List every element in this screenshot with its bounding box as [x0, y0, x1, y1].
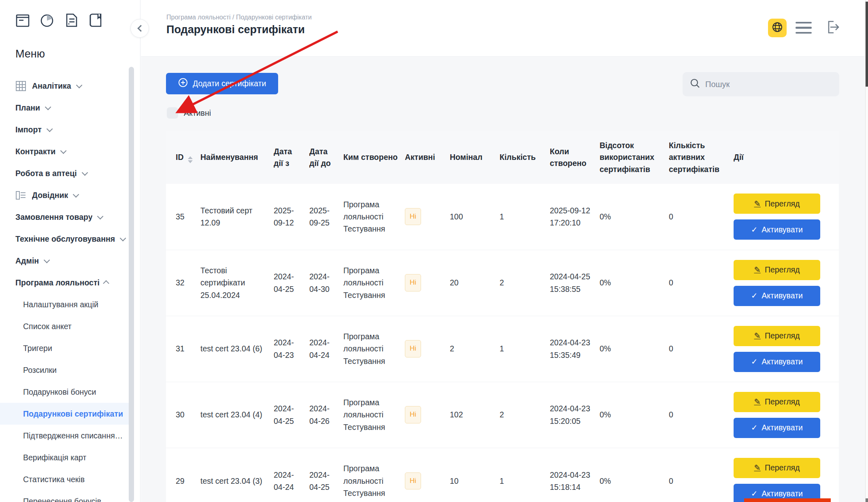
activate-button[interactable]: ✓Активувати — [734, 418, 820, 438]
cell-actions: ✎Перегляд✓Активувати — [734, 382, 839, 448]
cell-actions: ✎Перегляд✓Активувати — [734, 184, 839, 250]
table-row: 35Тестовий серт 12.092025-09-122025-09-2… — [166, 184, 839, 250]
grid-icon — [15, 81, 26, 91]
sidebar-item-label: Тригери — [23, 344, 52, 353]
view-button[interactable]: ✎Перегляд — [734, 458, 820, 478]
language-button[interactable] — [768, 19, 787, 37]
column-header[interactable]: ID — [166, 131, 200, 184]
sidebar-item-label: Верифікація карт — [23, 453, 86, 462]
cell-name: test cert 23.04 (4) — [200, 382, 274, 448]
sidebar-item[interactable]: Подарункові бонуси — [0, 381, 129, 403]
search-input[interactable] — [705, 80, 827, 89]
column-header: Відсоток використаних сертифікатів — [600, 131, 669, 184]
chevron-down-icon — [97, 213, 104, 219]
status-badge: Ні — [405, 472, 421, 489]
sidebar-scrollbar[interactable] — [129, 67, 134, 502]
activate-button[interactable]: ✓Активувати — [734, 286, 820, 306]
sidebar-item[interactable]: Розсилки — [0, 359, 129, 381]
check-icon: ✓ — [751, 489, 757, 498]
plus-circle-icon — [178, 78, 188, 89]
activate-button-label: Активувати — [762, 357, 803, 366]
sidebar-item[interactable]: Адмін — [0, 250, 129, 272]
page-scrollbar-thumb[interactable] — [866, 2, 868, 87]
chevron-left-icon — [137, 25, 144, 32]
page-scrollbar[interactable] — [865, 0, 868, 502]
toolbar: Додати сертифікати — [166, 73, 865, 98]
sidebar-item[interactable]: Статистика чеків — [0, 468, 129, 490]
sidebar-item[interactable]: Технічне обслуговування — [0, 228, 129, 250]
sidebar-item[interactable]: Тригери — [0, 337, 129, 359]
cell-id: 30 — [166, 382, 200, 448]
cell-date-to: 2024-04-26 — [309, 382, 343, 448]
view-button[interactable]: ✎Перегляд — [734, 194, 820, 214]
sidebar-item-label: Перенесення бонусів — [23, 497, 101, 502]
page-title: Подарункові сертифікати — [166, 23, 305, 36]
sidebar-item-label: Список анкет — [23, 322, 72, 331]
cell-date-to: 2024-04-25 — [309, 448, 343, 502]
sidebar-item-label: Подарункові бонуси — [23, 387, 96, 397]
chevron-down-icon — [73, 191, 79, 198]
cell-quantity: 2 — [500, 250, 550, 316]
document-icon[interactable] — [63, 12, 79, 28]
sidebar-item[interactable]: Перенесення бонусів — [0, 490, 129, 502]
cell-nominal: 20 — [450, 250, 500, 316]
chevron-down-icon — [44, 257, 50, 263]
status-badge: Ні — [405, 406, 421, 423]
sidebar-nav-list: АналітикаПланиІмпортКонтрактиРобота в ап… — [0, 75, 140, 502]
logout-button[interactable] — [823, 18, 841, 37]
active-filter-checkbox[interactable] — [167, 107, 178, 119]
column-header: Активні — [405, 131, 450, 184]
sidebar-item[interactable]: Імпорт — [0, 119, 129, 140]
book-icon[interactable] — [87, 12, 104, 28]
pencil-icon: ✎ — [754, 463, 761, 472]
sidebar-collapse-button[interactable] — [130, 19, 149, 38]
sidebar-item[interactable]: Програма лояльності — [0, 272, 129, 294]
cell-date-to: 2024-04-24 — [309, 316, 343, 382]
status-badge: Ні — [405, 208, 421, 225]
cell-used-percent: 0% — [600, 184, 669, 250]
chevron-down-icon — [45, 104, 51, 110]
activate-button-label: Активувати — [762, 489, 803, 498]
cell-active-count: 0 — [669, 382, 734, 448]
pie-chart-icon[interactable] — [39, 12, 55, 28]
sidebar-item[interactable]: Замовлення товару — [0, 206, 129, 228]
cell-created-at: 2024-04-23 15:18:14 — [550, 448, 600, 502]
sidebar-item[interactable]: Підтвердження списання бону... — [0, 425, 129, 447]
add-certificates-button[interactable]: Додати сертифікати — [166, 73, 278, 94]
check-icon: ✓ — [751, 225, 757, 234]
sidebar-item-active[interactable]: Подарункові сертифікати — [0, 403, 129, 425]
sidebar-item[interactable]: Робота в аптеці — [0, 162, 129, 184]
cell-date-from: 2024-04-24 — [274, 448, 309, 502]
sidebar-item[interactable]: Список анкет — [0, 315, 129, 337]
column-header: Найменування — [200, 131, 274, 184]
certificates-table-card: IDНайменуванняДата дії зДата дії доКим с… — [166, 131, 839, 502]
cell-id: 29 — [166, 448, 200, 502]
menu-toggle-button[interactable] — [796, 19, 814, 37]
view-button[interactable]: ✎Перегляд — [734, 392, 820, 412]
column-header: Кількість — [500, 131, 550, 184]
cell-created-by: Програма лояльності Тестування — [343, 382, 405, 448]
view-button[interactable]: ✎Перегляд — [734, 260, 820, 280]
sidebar-item[interactable]: Налаштування акцій — [0, 294, 129, 315]
sidebar-item[interactable]: Плани — [0, 97, 129, 119]
cell-active: Ні — [405, 448, 450, 502]
sidebar-item[interactable]: Аналітика — [0, 75, 129, 97]
column-header-label: Номінал — [450, 153, 483, 162]
activate-button[interactable]: ✓Активувати — [734, 219, 820, 240]
activate-button[interactable]: ✓Активувати — [734, 484, 820, 502]
column-header: Кількість активних сертифікатів — [669, 131, 734, 184]
cell-actions: ✎Перегляд✓Активувати — [734, 448, 839, 502]
column-header-label: Відсоток використаних сертифікатів — [600, 141, 654, 174]
activate-button[interactable]: ✓Активувати — [734, 352, 820, 372]
sidebar-item[interactable]: Верифікація карт — [0, 447, 129, 468]
cell-id: 31 — [166, 316, 200, 382]
view-button[interactable]: ✎Перегляд — [734, 326, 820, 346]
sort-icon[interactable] — [188, 156, 193, 163]
sidebar-item[interactable]: Контракти — [0, 140, 129, 162]
cell-created-at: 2024-04-23 15:35:49 — [550, 316, 600, 382]
table-header-row: IDНайменуванняДата дії зДата дії доКим с… — [166, 131, 839, 184]
main-content: Додати сертифікати Активні IDНайменуванн… — [141, 57, 865, 502]
archive-box-icon[interactable] — [15, 12, 31, 28]
cell-active-count: 0 — [669, 316, 734, 382]
sidebar-item[interactable]: Довідник — [0, 184, 129, 206]
